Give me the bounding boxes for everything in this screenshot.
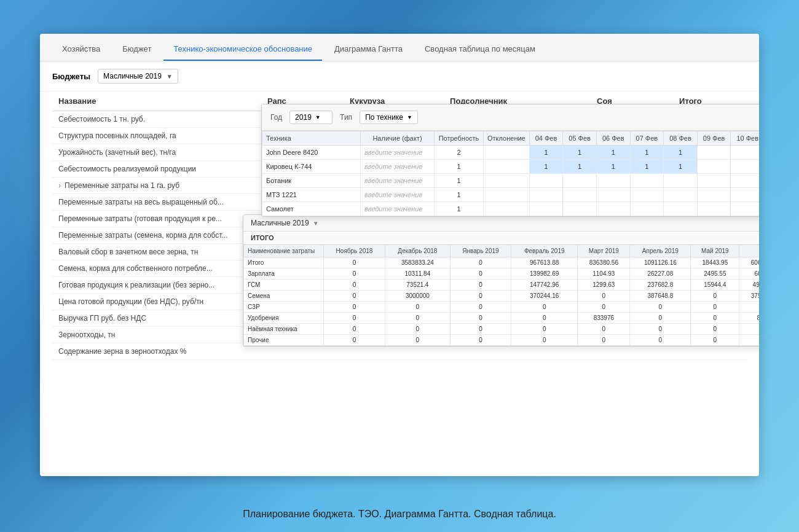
summary-row: СЗР 0 0 0 0 0 0 0 0: [244, 302, 760, 313]
content-area: Название Рапс Кукуруза Подсолнечник Соя …: [40, 92, 759, 466]
col-technika: Техника: [262, 131, 361, 146]
page-caption: Планирование бюджета. ТЭО. Диаграмма Ган…: [0, 509, 799, 520]
chevron-down-icon: ▼: [313, 220, 319, 227]
col-nov2018: Ноябрь 2018: [324, 245, 385, 257]
gantt-row: John Deere 8420 введите значение 2 1 1 1…: [262, 146, 760, 160]
gantt-grid: Техника Наличие (факт) Потребность Откло…: [262, 131, 759, 216]
col-apr2019: Апрель 2019: [630, 245, 691, 257]
tab-byudzhet[interactable]: Бюджет: [112, 38, 161, 61]
col-header-name: Название: [52, 92, 261, 111]
col-feb2019: Февраль 2019: [511, 245, 578, 257]
summary-title: Масличные 2019: [251, 219, 309, 227]
chevron-down-icon: ▼: [315, 114, 321, 120]
col-potrebnost: Потребность: [435, 131, 484, 146]
main-window: Хозяйства Бюджет Технико-экономическое о…: [40, 34, 759, 476]
gantt-toolbar: Год 2019 ▼ Тип По технике ▼: [262, 104, 759, 131]
col-06fev: 06 Фев: [596, 131, 630, 146]
tabs-bar: Хозяйства Бюджет Технико-экономическое о…: [40, 34, 759, 61]
col-itogo: Итого: [739, 245, 759, 257]
gantt-row: МТЗ 1221 введите значение 1: [262, 188, 760, 202]
type-label: Тип: [340, 113, 352, 122]
summary-grid: Наименование затраты Ноябрь 2018 Декабрь…: [243, 244, 759, 346]
col-09fev: 09 Фев: [697, 131, 731, 146]
summary-row: Семена 0 3000000 0 370244.16 0 387648.8 …: [244, 291, 760, 302]
summary-itogo-label: ИТОГО: [243, 232, 759, 244]
col-may2019: Май 2019: [691, 245, 739, 257]
budget-dropdown[interactable]: Масличные 2019 ▼: [98, 69, 178, 84]
tab-svodnaya[interactable]: Сводная таблица по месяцам: [415, 38, 545, 61]
chevron-down-icon: ▼: [407, 114, 412, 120]
col-10fev: 10 Фев: [731, 131, 759, 146]
col-07fev: 07 Фев: [630, 131, 664, 146]
summary-header: Масличные 2019 ▼: [243, 215, 759, 232]
type-value: По технике: [365, 113, 403, 122]
summary-row: Зарплата 0 10311.84 0 139982.69 1104.93 …: [244, 268, 760, 280]
col-dec2018: Декабрь 2018: [385, 245, 450, 257]
col-nalichie: Наличие (факт): [361, 131, 435, 146]
col-05fev: 05 Фев: [563, 131, 597, 146]
gantt-panel: Год 2019 ▼ Тип По технике ▼ Техника Нали…: [261, 104, 759, 217]
chevron-down-icon: ▼: [167, 73, 173, 80]
year-dropdown[interactable]: 2019 ▼: [289, 111, 333, 124]
tab-gantt[interactable]: Диаграмма Гантта: [325, 38, 412, 61]
col-naim: Наименование затраты: [244, 245, 324, 257]
gantt-row: Ботаник введите значение 1: [262, 174, 760, 188]
col-04fev: 04 Фев: [529, 131, 563, 146]
summary-row: Удобрения 0 0 0 0 833976 0 0 833976: [244, 313, 760, 324]
year-value: 2019: [295, 113, 312, 122]
summary-row: Прочие 0 0 0 0 0 0 0 0: [244, 335, 760, 346]
gantt-row: Кировец К-744 введите значение 1 1 1 1 1…: [262, 160, 760, 174]
budget-selector-row: Бюджеты Масличные 2019 ▼: [40, 61, 759, 92]
col-otklonenie: Отклонение: [484, 131, 530, 146]
expand-icon[interactable]: ›: [58, 181, 61, 190]
tab-hozyaystva[interactable]: Хозяйства: [52, 38, 110, 61]
tab-teo[interactable]: Технико-экономическое обоснование: [163, 38, 322, 61]
col-mar2019: Март 2019: [578, 245, 630, 257]
year-label: Год: [270, 113, 282, 122]
summary-panel: Масличные 2019 ▼ ИТОГО Наименование затр…: [243, 214, 759, 346]
summary-row: Наёмная техника 0 0 0 0 0 0 0 36000: [244, 324, 760, 335]
budget-label: Бюджеты: [52, 72, 90, 81]
col-08fev: 08 Фев: [664, 131, 698, 146]
type-dropdown[interactable]: По технике ▼: [360, 111, 418, 124]
summary-row: Итого 0 3583833.24 0 967613.88 836380.56…: [244, 257, 760, 268]
summary-row: ГСМ 0 73521.4 0 147742.96 1299.63 237682…: [244, 280, 760, 291]
col-jan2019: Январь 2019: [450, 245, 511, 257]
budget-selected-value: Масличные 2019: [103, 72, 162, 80]
gantt-row: Самолет введите значение 1: [262, 202, 760, 216]
